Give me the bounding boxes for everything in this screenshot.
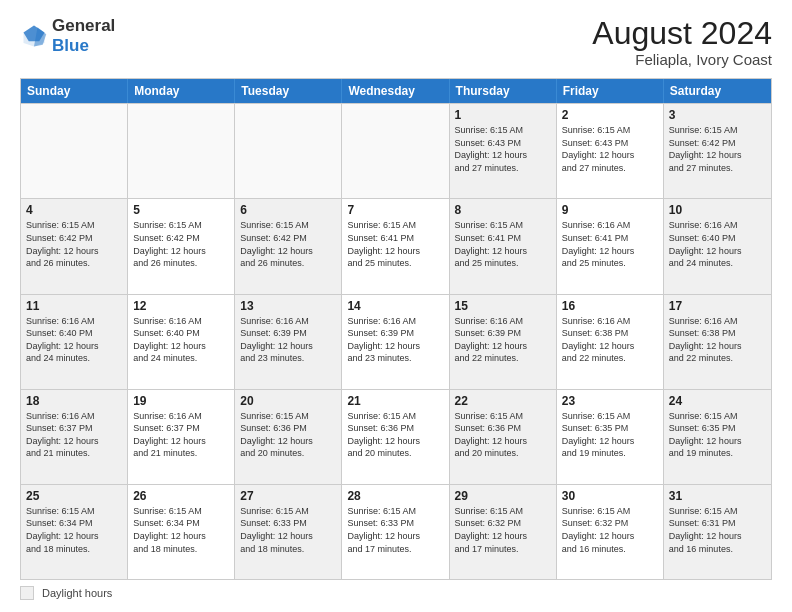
day-info: Sunrise: 6:16 AM Sunset: 6:40 PM Dayligh… xyxy=(669,219,766,269)
day-number: 12 xyxy=(133,299,229,313)
day-info: Sunrise: 6:16 AM Sunset: 6:40 PM Dayligh… xyxy=(26,315,122,365)
logo: General Blue xyxy=(20,16,115,55)
day-info: Sunrise: 6:16 AM Sunset: 6:37 PM Dayligh… xyxy=(26,410,122,460)
day-number: 10 xyxy=(669,203,766,217)
day-info: Sunrise: 6:15 AM Sunset: 6:35 PM Dayligh… xyxy=(669,410,766,460)
day-info: Sunrise: 6:15 AM Sunset: 6:42 PM Dayligh… xyxy=(240,219,336,269)
day-header-tuesday: Tuesday xyxy=(235,79,342,103)
table-row: 3Sunrise: 6:15 AM Sunset: 6:42 PM Daylig… xyxy=(664,104,771,198)
table-row: 13Sunrise: 6:16 AM Sunset: 6:39 PM Dayli… xyxy=(235,295,342,389)
day-info: Sunrise: 6:16 AM Sunset: 6:41 PM Dayligh… xyxy=(562,219,658,269)
table-row: 11Sunrise: 6:16 AM Sunset: 6:40 PM Dayli… xyxy=(21,295,128,389)
calendar-week-5: 25Sunrise: 6:15 AM Sunset: 6:34 PM Dayli… xyxy=(21,484,771,579)
table-row: 1Sunrise: 6:15 AM Sunset: 6:43 PM Daylig… xyxy=(450,104,557,198)
day-info: Sunrise: 6:15 AM Sunset: 6:32 PM Dayligh… xyxy=(562,505,658,555)
logo-icon xyxy=(20,22,48,50)
day-number: 19 xyxy=(133,394,229,408)
table-row: 9Sunrise: 6:16 AM Sunset: 6:41 PM Daylig… xyxy=(557,199,664,293)
day-info: Sunrise: 6:15 AM Sunset: 6:33 PM Dayligh… xyxy=(240,505,336,555)
day-info: Sunrise: 6:15 AM Sunset: 6:31 PM Dayligh… xyxy=(669,505,766,555)
day-number: 21 xyxy=(347,394,443,408)
day-header-monday: Monday xyxy=(128,79,235,103)
table-row: 27Sunrise: 6:15 AM Sunset: 6:33 PM Dayli… xyxy=(235,485,342,579)
day-number: 8 xyxy=(455,203,551,217)
day-number: 27 xyxy=(240,489,336,503)
main-title: August 2024 xyxy=(592,16,772,51)
day-number: 29 xyxy=(455,489,551,503)
day-header-wednesday: Wednesday xyxy=(342,79,449,103)
table-row: 30Sunrise: 6:15 AM Sunset: 6:32 PM Dayli… xyxy=(557,485,664,579)
table-row xyxy=(342,104,449,198)
footer: Daylight hours xyxy=(20,586,772,600)
calendar-week-1: 1Sunrise: 6:15 AM Sunset: 6:43 PM Daylig… xyxy=(21,103,771,198)
day-number: 16 xyxy=(562,299,658,313)
day-info: Sunrise: 6:15 AM Sunset: 6:43 PM Dayligh… xyxy=(562,124,658,174)
day-number: 20 xyxy=(240,394,336,408)
day-number: 30 xyxy=(562,489,658,503)
calendar-body: 1Sunrise: 6:15 AM Sunset: 6:43 PM Daylig… xyxy=(21,103,771,579)
day-info: Sunrise: 6:15 AM Sunset: 6:42 PM Dayligh… xyxy=(669,124,766,174)
day-number: 13 xyxy=(240,299,336,313)
day-number: 17 xyxy=(669,299,766,313)
day-info: Sunrise: 6:16 AM Sunset: 6:39 PM Dayligh… xyxy=(347,315,443,365)
table-row: 8Sunrise: 6:15 AM Sunset: 6:41 PM Daylig… xyxy=(450,199,557,293)
table-row: 29Sunrise: 6:15 AM Sunset: 6:32 PM Dayli… xyxy=(450,485,557,579)
day-info: Sunrise: 6:16 AM Sunset: 6:38 PM Dayligh… xyxy=(562,315,658,365)
table-row: 18Sunrise: 6:16 AM Sunset: 6:37 PM Dayli… xyxy=(21,390,128,484)
calendar: SundayMondayTuesdayWednesdayThursdayFrid… xyxy=(20,78,772,580)
day-number: 7 xyxy=(347,203,443,217)
day-number: 31 xyxy=(669,489,766,503)
table-row: 4Sunrise: 6:15 AM Sunset: 6:42 PM Daylig… xyxy=(21,199,128,293)
day-info: Sunrise: 6:15 AM Sunset: 6:33 PM Dayligh… xyxy=(347,505,443,555)
table-row: 2Sunrise: 6:15 AM Sunset: 6:43 PM Daylig… xyxy=(557,104,664,198)
day-number: 23 xyxy=(562,394,658,408)
day-number: 24 xyxy=(669,394,766,408)
day-info: Sunrise: 6:15 AM Sunset: 6:36 PM Dayligh… xyxy=(347,410,443,460)
table-row: 28Sunrise: 6:15 AM Sunset: 6:33 PM Dayli… xyxy=(342,485,449,579)
table-row: 16Sunrise: 6:16 AM Sunset: 6:38 PM Dayli… xyxy=(557,295,664,389)
day-number: 4 xyxy=(26,203,122,217)
day-number: 9 xyxy=(562,203,658,217)
day-header-friday: Friday xyxy=(557,79,664,103)
calendar-week-2: 4Sunrise: 6:15 AM Sunset: 6:42 PM Daylig… xyxy=(21,198,771,293)
day-info: Sunrise: 6:15 AM Sunset: 6:42 PM Dayligh… xyxy=(133,219,229,269)
calendar-week-4: 18Sunrise: 6:16 AM Sunset: 6:37 PM Dayli… xyxy=(21,389,771,484)
day-number: 6 xyxy=(240,203,336,217)
table-row: 15Sunrise: 6:16 AM Sunset: 6:39 PM Dayli… xyxy=(450,295,557,389)
table-row: 6Sunrise: 6:15 AM Sunset: 6:42 PM Daylig… xyxy=(235,199,342,293)
day-info: Sunrise: 6:15 AM Sunset: 6:41 PM Dayligh… xyxy=(347,219,443,269)
day-number: 3 xyxy=(669,108,766,122)
day-number: 25 xyxy=(26,489,122,503)
day-info: Sunrise: 6:16 AM Sunset: 6:39 PM Dayligh… xyxy=(455,315,551,365)
day-header-thursday: Thursday xyxy=(450,79,557,103)
day-info: Sunrise: 6:15 AM Sunset: 6:34 PM Dayligh… xyxy=(133,505,229,555)
day-header-saturday: Saturday xyxy=(664,79,771,103)
table-row: 20Sunrise: 6:15 AM Sunset: 6:36 PM Dayli… xyxy=(235,390,342,484)
table-row: 19Sunrise: 6:16 AM Sunset: 6:37 PM Dayli… xyxy=(128,390,235,484)
day-info: Sunrise: 6:15 AM Sunset: 6:43 PM Dayligh… xyxy=(455,124,551,174)
table-row: 14Sunrise: 6:16 AM Sunset: 6:39 PM Dayli… xyxy=(342,295,449,389)
day-number: 15 xyxy=(455,299,551,313)
table-row: 31Sunrise: 6:15 AM Sunset: 6:31 PM Dayli… xyxy=(664,485,771,579)
day-info: Sunrise: 6:16 AM Sunset: 6:39 PM Dayligh… xyxy=(240,315,336,365)
day-number: 5 xyxy=(133,203,229,217)
table-row: 10Sunrise: 6:16 AM Sunset: 6:40 PM Dayli… xyxy=(664,199,771,293)
table-row: 21Sunrise: 6:15 AM Sunset: 6:36 PM Dayli… xyxy=(342,390,449,484)
calendar-header: SundayMondayTuesdayWednesdayThursdayFrid… xyxy=(21,79,771,103)
day-number: 11 xyxy=(26,299,122,313)
table-row xyxy=(235,104,342,198)
title-block: August 2024 Feliapla, Ivory Coast xyxy=(592,16,772,68)
table-row: 23Sunrise: 6:15 AM Sunset: 6:35 PM Dayli… xyxy=(557,390,664,484)
logo-text: General Blue xyxy=(52,16,115,55)
calendar-week-3: 11Sunrise: 6:16 AM Sunset: 6:40 PM Dayli… xyxy=(21,294,771,389)
day-number: 26 xyxy=(133,489,229,503)
table-row: 24Sunrise: 6:15 AM Sunset: 6:35 PM Dayli… xyxy=(664,390,771,484)
header: General Blue August 2024 Feliapla, Ivory… xyxy=(20,16,772,68)
day-info: Sunrise: 6:15 AM Sunset: 6:36 PM Dayligh… xyxy=(455,410,551,460)
table-row: 17Sunrise: 6:16 AM Sunset: 6:38 PM Dayli… xyxy=(664,295,771,389)
day-info: Sunrise: 6:15 AM Sunset: 6:36 PM Dayligh… xyxy=(240,410,336,460)
day-number: 14 xyxy=(347,299,443,313)
day-info: Sunrise: 6:15 AM Sunset: 6:32 PM Dayligh… xyxy=(455,505,551,555)
daylight-legend-box xyxy=(20,586,34,600)
table-row: 7Sunrise: 6:15 AM Sunset: 6:41 PM Daylig… xyxy=(342,199,449,293)
